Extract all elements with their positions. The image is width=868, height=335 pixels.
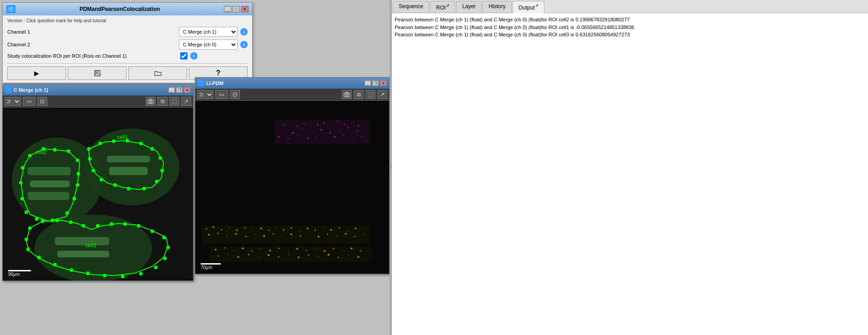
cmerge-scale-label: 90μm [8,272,20,277]
svg-rect-112 [202,226,370,244]
cmerge-channels-button[interactable]: »» [23,97,36,106]
tab-output[interactable]: Output↗ [513,1,544,13]
svg-point-115 [221,229,222,230]
cmerge-camera-button[interactable] [146,97,156,106]
svg-point-169 [217,255,218,257]
lipdm-channels-button[interactable]: »» [215,90,228,99]
svg-point-181 [338,257,339,258]
output-line-3: Pearson between C Merge (ch 1) (float) a… [395,31,865,39]
svg-rect-15 [57,250,109,257]
svg-point-165 [333,248,334,250]
svg-point-65 [139,272,143,275]
svg-point-93 [292,132,294,134]
cmerge-win-controls: _ ❐ ✕ [168,87,190,93]
cmerge-minimize-button[interactable]: _ [168,87,175,93]
cmerge-fit-button[interactable]: ⊡ [37,97,47,106]
svg-rect-9 [28,192,70,200]
lipdm-copy-button[interactable]: ⧉ [354,90,364,99]
channel2-info-icon[interactable]: i [240,41,248,48]
svg-point-83 [303,123,305,125]
pdm-maximize-button[interactable]: □ [233,6,240,12]
cmerge-restore-button[interactable]: ❐ [176,87,183,93]
lipdm-export2-button[interactable]: ↗ [377,90,387,99]
lipdm-zoom-select[interactable]: 2I 1I 4I [197,90,213,99]
svg-point-19 [53,148,56,151]
channel2-label: Channel 2 [7,42,179,47]
lipdm-export1-button[interactable]: ⬚ [365,90,376,99]
svg-point-21 [76,158,79,162]
cmerge-toolbar: 2I 1I 4I »» ⊡ ⧉ ⬚ ↗ [3,95,193,108]
svg-point-119 [253,230,254,231]
tab-sequence[interactable]: Sequence [393,1,429,13]
channel1-label: Channel 1 [7,29,179,35]
lipdm-window-title: LI-PDM [206,80,223,86]
svg-point-162 [305,250,307,251]
svg-point-125 [299,230,300,231]
svg-point-81 [290,123,291,124]
svg-point-103 [288,138,289,139]
lipdm-camera-button[interactable] [342,90,352,99]
pdm-open-button[interactable] [128,66,187,80]
cmerge-close-button[interactable]: ✕ [184,87,190,93]
pdm-close-button[interactable]: ✕ [241,6,249,12]
svg-point-84 [310,121,311,122]
svg-point-43 [142,187,146,190]
lipdm-minimize-button[interactable]: _ [365,80,371,86]
tab-layer[interactable]: Layer [456,1,482,13]
svg-point-144 [309,234,310,235]
lipdm-title-bar: LI-PDM _ ❐ ✕ [195,78,389,89]
lipdm-restore-button[interactable]: ❐ [372,80,379,86]
svg-point-47 [91,169,95,172]
study-info-icon[interactable]: i [190,52,198,60]
tab-history[interactable]: History [482,1,511,13]
svg-point-73 [25,238,28,241]
cmerge-export1-button[interactable]: ⬚ [169,97,179,106]
svg-point-142 [290,234,292,235]
svg-point-129 [330,229,332,231]
svg-point-104 [297,135,298,136]
cmerge-window-icon [5,87,12,93]
svg-point-160 [288,250,289,251]
pdm-minimize-button[interactable]: _ [224,6,231,12]
svg-point-105 [307,138,309,140]
svg-point-170 [228,254,228,255]
cmerge-scale-bar: 90μm [8,270,31,277]
svg-point-175 [278,256,279,258]
cmerge-export2-button[interactable]: ↗ [181,97,191,106]
svg-point-145 [318,236,320,238]
svg-point-76 [346,94,348,96]
svg-point-62 [166,245,170,249]
lipdm-fit-button[interactable]: ⊡ [230,90,240,99]
pdm-save-button[interactable] [68,66,127,80]
svg-point-176 [288,254,289,255]
channel1-select[interactable]: C Merge (ch 1) C Merge (ch 0) [179,27,238,37]
channel2-select[interactable]: C Merge (ch 0) C Merge (ch 1) [179,40,238,50]
svg-point-63 [163,256,167,260]
svg-point-30 [19,181,23,185]
svg-point-135 [227,236,228,237]
svg-point-163 [315,248,316,249]
cmerge-copy-button[interactable]: ⧉ [157,97,168,106]
svg-point-141 [282,236,283,237]
svg-point-107 [325,139,326,140]
svg-point-179 [318,256,319,257]
svg-point-99 [347,127,349,129]
svg-point-138 [254,234,255,235]
cmerge-zoom-select[interactable]: 2I 1I 4I [5,97,21,106]
pdm-play-button[interactable]: ▶ [7,66,66,80]
svg-rect-2 [95,74,100,76]
svg-point-156 [251,250,253,252]
channel1-info-icon[interactable]: i [240,28,248,35]
svg-point-23 [76,183,79,187]
lipdm-close-button[interactable]: ✕ [380,80,386,86]
svg-point-22 [76,172,80,175]
study-checkbox[interactable] [180,52,188,60]
svg-point-54 [69,220,72,224]
svg-point-172 [248,254,249,255]
svg-point-41 [160,169,164,172]
tab-roi[interactable]: ROI↗ [430,1,455,13]
svg-point-53 [55,219,59,222]
pdm-dialog-body: Version : Click question mark for help a… [3,15,252,83]
svg-point-57 [110,222,113,226]
svg-point-91 [357,125,359,127]
